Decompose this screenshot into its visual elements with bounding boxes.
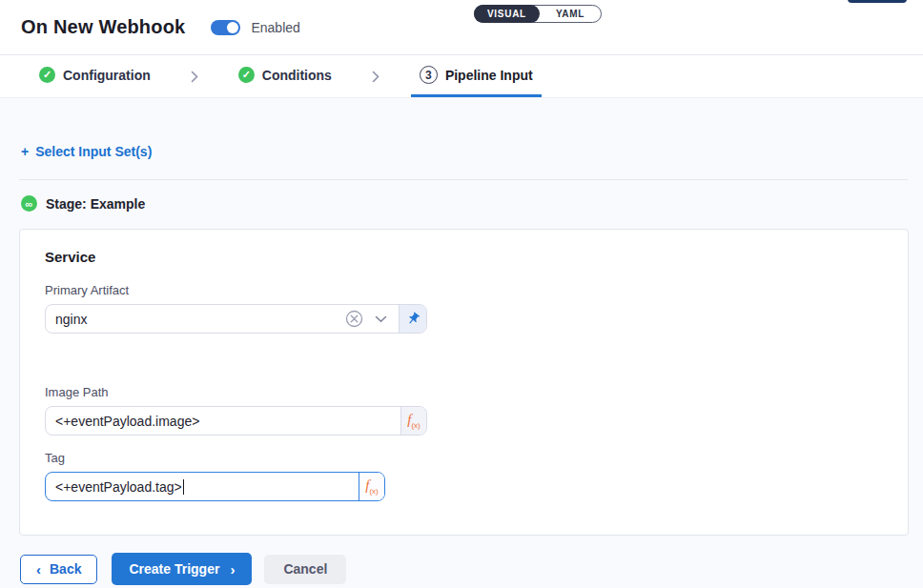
service-card: Service Primary Artifact [19, 229, 909, 536]
check-icon: ✓ [238, 67, 255, 83]
tab-yaml[interactable]: YAML [540, 6, 601, 22]
tag-label: Tag [45, 451, 908, 465]
plus-icon: + [21, 144, 29, 159]
cd-stage-icon: ∞ [21, 195, 37, 212]
image-path-field: f(x) [45, 406, 427, 436]
section-divider [19, 179, 908, 180]
chevron-right-icon: › [230, 562, 235, 577]
select-input-sets-label: Select Input Set(s) [35, 144, 152, 159]
enabled-toggle[interactable] [211, 20, 240, 35]
cropped-corner-button[interactable] [848, 0, 907, 3]
cancel-button[interactable]: Cancel [264, 555, 346, 584]
tab-conditions-label: Conditions [262, 68, 332, 83]
text-cursor [183, 479, 185, 495]
enabled-toggle-label: Enabled [251, 20, 299, 35]
fx-icon: f(x) [365, 478, 379, 496]
primary-artifact-select[interactable] [46, 305, 399, 333]
tab-configuration-label: Configuration [63, 68, 151, 83]
primary-artifact-label: Primary Artifact [45, 283, 908, 297]
back-button[interactable]: ‹ Back [20, 555, 97, 584]
stage-header: ∞ Stage: Example [21, 195, 923, 212]
clear-icon[interactable] [345, 310, 363, 328]
fx-icon: f(x) [407, 413, 420, 430]
select-input-sets-link[interactable]: + Select Input Set(s) [21, 144, 152, 159]
pin-button[interactable] [399, 305, 426, 333]
primary-artifact-input[interactable] [55, 312, 345, 327]
tab-configuration[interactable]: ✓ Configuration [31, 55, 159, 97]
footer-actions: ‹ Back Create Trigger › Cancel [20, 553, 923, 585]
expression-button[interactable]: f(x) [359, 473, 384, 500]
service-section-title: Service [45, 249, 908, 265]
image-path-label: Image Path [45, 385, 908, 399]
chevron-right-icon [371, 70, 380, 84]
step-number-badge: 3 [420, 66, 438, 84]
tab-pipeline-input[interactable]: 3 Pipeline Input [411, 55, 542, 97]
pipeline-input-panel: + Select Input Set(s) ∞ Stage: Example S… [0, 98, 923, 588]
check-icon: ✓ [39, 67, 55, 83]
create-trigger-button[interactable]: Create Trigger › [112, 553, 252, 585]
visual-yaml-switch: VISUAL YAML [474, 5, 602, 23]
wizard-tabbar: ✓ Configuration ✓ Conditions 3 Pipeline … [0, 55, 923, 98]
stage-label: Stage: Example [46, 196, 145, 212]
tab-conditions[interactable]: ✓ Conditions [230, 55, 340, 97]
pin-icon [402, 309, 422, 329]
tag-input[interactable]: <+eventPayload.tag> [55, 479, 349, 495]
chevron-right-icon [190, 70, 199, 84]
expression-button[interactable]: f(x) [400, 407, 426, 435]
primary-artifact-field [45, 304, 427, 334]
toggle-knob-icon [227, 22, 238, 33]
page-title: On New Webhook [21, 16, 185, 38]
page-header: On New Webhook Enabled VISUAL YAML [0, 0, 923, 55]
chevron-down-icon[interactable] [375, 315, 387, 323]
image-path-input[interactable] [55, 414, 391, 429]
tab-pipeline-input-label: Pipeline Input [445, 68, 533, 83]
tab-visual[interactable]: VISUAL [474, 5, 540, 23]
tag-field: <+eventPayload.tag> f(x) [45, 472, 385, 501]
chevron-left-icon: ‹ [36, 562, 41, 577]
